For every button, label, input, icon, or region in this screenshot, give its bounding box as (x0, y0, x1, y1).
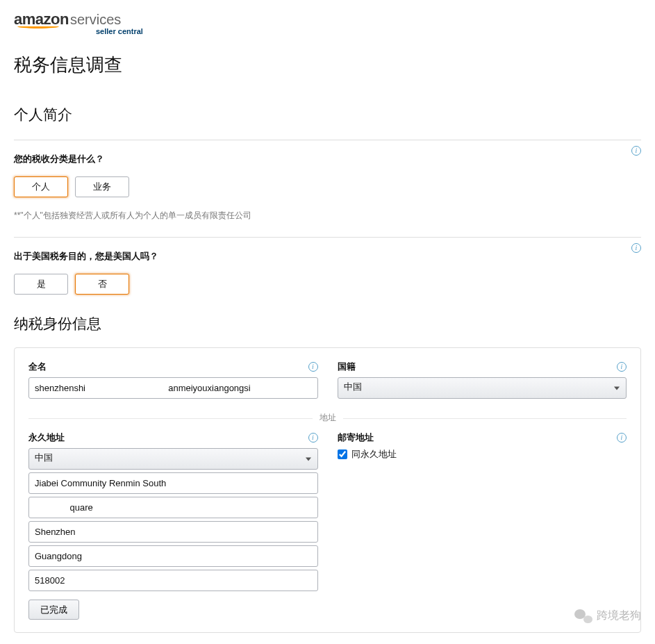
perm-country-select[interactable]: 中国 (28, 448, 318, 470)
perm-address-line1-input[interactable] (28, 472, 318, 494)
tax-classification-section: i 您的税收分类是什么？ 个人 业务 **"个人"包括独资经营人或所有人为个人的… (14, 140, 641, 222)
same-as-permanent-label: 同永久地址 (351, 448, 397, 461)
wechat-icon (574, 608, 592, 623)
same-as-permanent-checkbox[interactable] (338, 449, 347, 459)
tax-identity-panel: 全名 i 国籍 i 中国 地址 永久地址 (14, 347, 641, 633)
fullname-label: 全名 (28, 361, 47, 373)
info-icon[interactable]: i (617, 433, 627, 443)
page-title: 税务信息调查 (14, 53, 641, 77)
perm-city-input[interactable] (28, 521, 318, 543)
option-individual-button[interactable]: 个人 (14, 176, 68, 197)
logo: amazonservices seller central (14, 10, 641, 35)
watermark: 跨境老狗 (574, 608, 641, 623)
us-person-section: i 出于美国税务目的，您是美国人吗？ 是 否 (14, 237, 641, 295)
tax-classification-question: 您的税收分类是什么？ (14, 153, 641, 165)
us-person-question: 出于美国税务目的，您是美国人吗？ (14, 250, 641, 263)
watermark-text: 跨境老狗 (597, 609, 641, 623)
logo-brand: amazon (14, 10, 69, 28)
mailing-address-label: 邮寄地址 (338, 431, 374, 444)
logo-services: services (70, 12, 121, 27)
info-icon[interactable]: i (617, 362, 627, 372)
perm-postal-input[interactable] (28, 570, 318, 591)
fullname-input[interactable] (28, 377, 318, 399)
perm-province-input[interactable] (28, 545, 318, 567)
same-as-permanent-row[interactable]: 同永久地址 (338, 448, 627, 461)
option-business-button[interactable]: 业务 (75, 176, 129, 197)
option-no-button[interactable]: 否 (75, 274, 129, 295)
info-icon[interactable]: i (308, 362, 318, 372)
address-divider-label: 地址 (313, 412, 343, 424)
info-icon[interactable]: i (308, 433, 318, 443)
section-profile-title: 个人简介 (14, 105, 641, 124)
info-icon[interactable]: i (631, 243, 641, 253)
tax-classification-note: **"个人"包括独资经营人或所有人为个人的单一成员有限责任公司 (14, 210, 641, 222)
nationality-select[interactable]: 中国 (338, 377, 627, 399)
info-icon[interactable]: i (631, 146, 641, 156)
logo-subtitle: seller central (96, 27, 641, 35)
done-button[interactable]: 已完成 (28, 600, 79, 620)
perm-address-line2-input[interactable] (28, 497, 318, 518)
section-tax-identity-title: 纳税身份信息 (14, 314, 641, 333)
permanent-address-label: 永久地址 (28, 431, 65, 444)
nationality-label: 国籍 (338, 361, 356, 373)
option-yes-button[interactable]: 是 (14, 274, 68, 295)
